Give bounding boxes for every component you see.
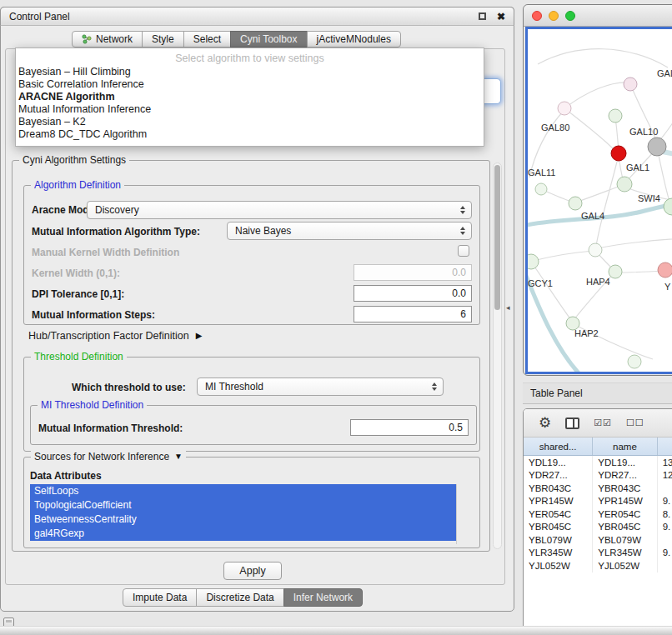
node-red-gal10[interactable] xyxy=(611,146,626,161)
aracne-mode-value: Discovery xyxy=(95,204,139,216)
gear-icon[interactable]: ⚙ xyxy=(539,416,551,430)
columns-icon[interactable] xyxy=(565,418,579,429)
node-label-gal10: GAL10 xyxy=(629,127,658,137)
node-gray[interactable] xyxy=(648,138,666,156)
which-threshold-select[interactable]: MI Threshold xyxy=(197,378,444,396)
tab-style[interactable]: Style xyxy=(142,31,184,48)
attribute-item[interactable]: SelfLoops xyxy=(30,484,456,498)
table-row[interactable]: YBR043CYBR043C xyxy=(524,482,672,495)
tab-label: Style xyxy=(152,33,174,45)
mi-type-select[interactable]: Naive Bayes xyxy=(227,222,472,240)
mi-threshold-field[interactable]: 0.5 xyxy=(350,419,469,436)
table-panel-header[interactable]: Table Panel xyxy=(523,382,672,404)
tab-discretize-data[interactable]: Discretize Data xyxy=(196,588,283,607)
dropdown-item[interactable]: Bayesian – Hill Climbing xyxy=(16,66,484,78)
close-traffic-light[interactable] xyxy=(532,11,542,21)
attribute-item[interactable]: gal4RGexp xyxy=(30,527,456,541)
dropdown-item[interactable]: Dream8 DC_TDC Algorithm xyxy=(16,128,484,141)
kernel-width-label: Kernel Width (0,1): xyxy=(32,268,120,279)
data-attributes-list[interactable]: SelfLoops TopologicalCoefficient Between… xyxy=(30,484,465,544)
tab-impute-data[interactable]: Impute Data xyxy=(123,588,197,607)
dpi-tolerance-field[interactable]: 0.0 xyxy=(354,285,472,302)
settings-scrollbar-thumb[interactable] xyxy=(494,165,500,310)
table-row[interactable]: YJL052WYJL052W xyxy=(524,559,672,572)
dropdown-item[interactable]: Mutual Information Inference xyxy=(16,103,484,116)
aracne-mode-select[interactable]: Discovery xyxy=(87,201,472,219)
network-window-titlebar[interactable] xyxy=(524,5,672,27)
column-header-name[interactable]: name xyxy=(593,438,657,455)
table-row[interactable]: YLR345WYLR345W9. xyxy=(524,547,672,560)
collapse-down-icon[interactable]: ▼ xyxy=(174,452,183,461)
table-row[interactable]: YBL079WYBL079W xyxy=(524,533,672,547)
table-body: YDL19...YDL19...13 YDR27...YDR27...12 YB… xyxy=(524,456,672,572)
panel-title: Control Panel xyxy=(9,11,70,22)
cell: YDL19... xyxy=(524,456,593,469)
node-hap4[interactable] xyxy=(609,265,622,278)
cell: YDR27... xyxy=(593,469,657,482)
tab-select[interactable]: Select xyxy=(183,31,231,48)
node-swi4[interactable] xyxy=(664,198,672,215)
table-row[interactable]: YDR27...YDR27...12 xyxy=(524,469,672,482)
dropdown-item[interactable]: Basic Correlation Inference xyxy=(16,78,484,91)
table-header-row: shared... name xyxy=(524,438,672,456)
cell: 12 xyxy=(658,469,672,482)
tab-network[interactable]: Network xyxy=(72,31,143,48)
mi-steps-field[interactable]: 6 xyxy=(354,306,472,322)
attribute-item[interactable]: TopologicalCoefficient xyxy=(30,498,456,512)
zoom-traffic-light[interactable] xyxy=(565,11,575,21)
control-panel-tabs: Network Style Select Cyni Toolbox jActiv… xyxy=(72,31,401,48)
hub-definition-section[interactable]: Hub/Transcription Factor Definition ▶ xyxy=(28,330,202,342)
float-window-icon[interactable] xyxy=(479,12,486,20)
tab-label: Network xyxy=(96,33,133,45)
hub-definition-label: Hub/Transcription Factor Definition xyxy=(28,330,189,342)
attribute-list-scrollbar[interactable] xyxy=(456,484,465,544)
node-gcy1[interactable] xyxy=(528,254,539,269)
node[interactable] xyxy=(589,243,602,257)
node[interactable] xyxy=(628,355,641,368)
tab-label: Cyni Toolbox xyxy=(240,33,297,45)
tab-jactivemnodules[interactable]: jActiveMNodules xyxy=(307,31,401,48)
which-threshold-value: MI Threshold xyxy=(205,381,263,392)
network-canvas[interactable]: GAL80 GAL10 GAL11 GAL1 SWI4 GAL4 GCY1 HA… xyxy=(525,27,672,374)
node[interactable] xyxy=(558,102,571,115)
settings-scrollbar[interactable] xyxy=(493,162,502,549)
minimize-traffic-light[interactable] xyxy=(549,11,559,21)
unselect-all-columns-icon[interactable]: ☐☐ xyxy=(626,418,644,428)
expand-right-icon[interactable]: ▶ xyxy=(196,332,203,340)
cell: YPR145W xyxy=(524,495,593,508)
tab-infer-network[interactable]: Infer Network xyxy=(283,588,363,607)
manual-kernel-checkbox[interactable] xyxy=(458,245,469,257)
dropdown-item[interactable]: Bayesian – K2 xyxy=(16,116,484,128)
apply-button[interactable]: Apply xyxy=(223,562,282,580)
control-panel-titlebar[interactable]: Control Panel ✖ xyxy=(0,7,514,26)
column-header-shared-name[interactable]: shared... xyxy=(524,438,593,455)
attribute-item[interactable]: BetweennessCentrality xyxy=(30,512,456,527)
mi-threshold-group-title: MI Threshold Definition xyxy=(38,399,147,411)
node[interactable] xyxy=(624,78,637,91)
table-row[interactable]: YDL19...YDL19...13 xyxy=(524,456,672,469)
mi-threshold-label: Mutual Information Threshold: xyxy=(38,422,183,434)
node[interactable] xyxy=(609,109,622,122)
table-row[interactable]: YER054CYER054C8. xyxy=(524,508,672,521)
tab-cyni-toolbox[interactable]: Cyni Toolbox xyxy=(230,31,307,48)
node-gal4[interactable] xyxy=(569,197,582,210)
select-all-columns-icon[interactable]: ☑☑ xyxy=(594,418,612,428)
node-gal11[interactable] xyxy=(535,183,547,195)
splitter-arrow-icon[interactable]: ◂ xyxy=(506,303,510,312)
table-row[interactable]: YBR045CYBR045C9. xyxy=(524,521,672,534)
sources-title-text: Sources for Network Inference xyxy=(34,451,169,462)
dropdown-item-selected[interactable]: ARACNE Algorithm xyxy=(16,91,484,103)
kernel-width-field[interactable]: 0.0 xyxy=(354,264,472,281)
node-label-gcy1: GCY1 xyxy=(528,278,553,288)
cell: YBL079W xyxy=(524,533,593,547)
column-header-extra[interactable] xyxy=(658,438,672,455)
node-gal1[interactable] xyxy=(617,177,632,192)
dropdown-placeholder[interactable]: Select algorithm to view settings xyxy=(16,51,484,66)
cell: YBR045C xyxy=(593,521,657,534)
mi-type-label: Mutual Information Algorithm Type: xyxy=(32,226,200,238)
node-salmon[interactable] xyxy=(658,262,672,278)
close-icon[interactable]: ✖ xyxy=(497,12,505,22)
node-label-gal11: GAL11 xyxy=(528,168,555,178)
table-row[interactable]: YPR145WYPR145W9. xyxy=(524,495,672,508)
cell: YLR345W xyxy=(593,547,657,560)
